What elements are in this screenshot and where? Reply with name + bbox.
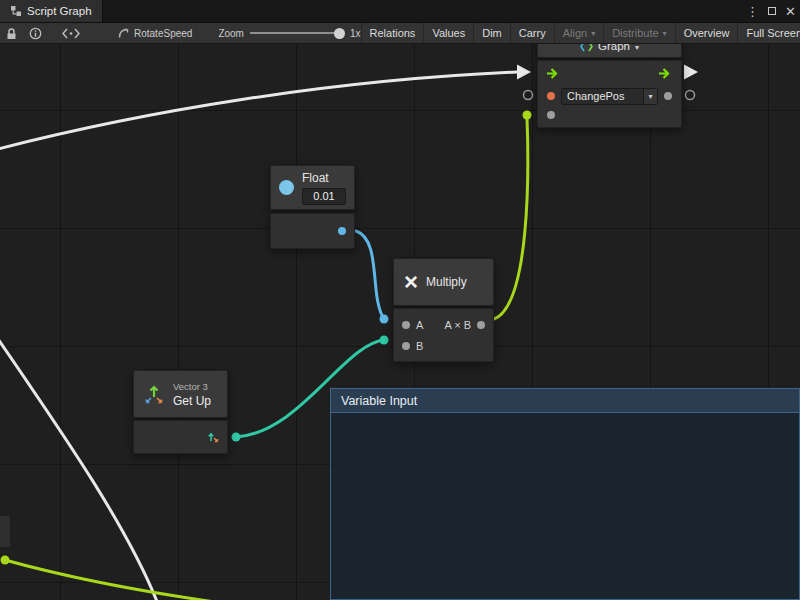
lock-icon (6, 27, 17, 40)
get-up-title: Get Up (173, 394, 211, 408)
info-icon (29, 27, 42, 40)
script-graph-icon (10, 5, 22, 17)
get-up-header[interactable]: Vector 3 Get Up (133, 370, 228, 418)
relations-button[interactable]: Relations (361, 23, 424, 43)
multiply-icon: × (404, 270, 418, 294)
zoom-control: Zoom 1x (218, 27, 360, 39)
float-value: 0.01 (313, 190, 334, 202)
variable-name-value: ChangePos (562, 90, 643, 102)
input-b-label: B (416, 340, 423, 352)
graph-asset-name: RotateSpeed (134, 28, 192, 39)
output-port[interactable] (477, 321, 485, 329)
tab-title: Script Graph (27, 5, 92, 17)
zoom-value: 1x (350, 28, 361, 39)
value-input-port[interactable] (547, 111, 555, 119)
flow-out-arrow-icon[interactable] (658, 67, 673, 80)
float-ports (270, 213, 355, 249)
group-variable-input[interactable]: Variable Input (330, 388, 800, 600)
zoom-handle[interactable] (334, 28, 345, 39)
script-graph-window: Variable Input Graph ▾ (0, 0, 800, 600)
chevron-down-icon: ▾ (635, 43, 639, 52)
multiply-title: Multiply (426, 275, 467, 289)
float-node[interactable]: Float 0.01 (270, 165, 355, 249)
group-title: Variable Input (341, 394, 417, 408)
input-a-label: A (416, 319, 423, 331)
close-window-icon[interactable]: ✕ (781, 0, 800, 22)
restore-window-icon[interactable] (762, 0, 781, 22)
carry-button[interactable]: Carry (510, 23, 554, 43)
kebab-menu-icon[interactable]: ⋮ (743, 0, 762, 22)
float-type-icon (279, 180, 294, 195)
chevron-down-icon: ▾ (643, 89, 657, 104)
output-label: A × B (444, 319, 471, 331)
group-header[interactable]: Variable Input (331, 389, 799, 413)
vector3-result-icon[interactable] (206, 430, 220, 444)
zoom-track (250, 32, 344, 34)
multiply-node[interactable]: × Multiply A A × B B (393, 258, 494, 362)
partial-node[interactable] (0, 515, 11, 548)
flow-port-row (538, 61, 681, 85)
float-title: Float (302, 171, 346, 185)
float-value-input[interactable]: 0.01 (302, 188, 346, 205)
variable-name-port[interactable] (547, 92, 555, 100)
get-up-type-label: Vector 3 (173, 381, 211, 392)
multiply-ports: A A × B B (393, 308, 494, 362)
graph-toolbar: RotateSpeed Zoom 1x Relations Values Dim… (0, 22, 800, 44)
set-variable-body: ChangePos ▾ (537, 60, 682, 128)
chevron-down-icon: ▾ (591, 29, 595, 38)
multiply-row-b: B (394, 335, 493, 356)
tab-script-graph[interactable]: Script Graph (0, 0, 103, 22)
set-variable-node[interactable]: Graph ▾ ChangePos ▾ (537, 30, 682, 128)
zoom-label: Zoom (218, 28, 244, 39)
tab-bar: Script Graph ⋮ ✕ (0, 0, 800, 22)
variable-name-row: ChangePos ▾ (538, 85, 681, 107)
overview-button[interactable]: Overview (675, 23, 738, 43)
flow-in-arrow-icon[interactable] (546, 67, 561, 80)
info-button[interactable] (23, 23, 48, 43)
multiply-header[interactable]: × Multiply (393, 258, 494, 306)
input-b-port[interactable] (402, 342, 410, 350)
multiply-row-a: A A × B (394, 314, 493, 335)
distribute-button[interactable]: Distribute ▾ (603, 23, 674, 43)
input-a-port[interactable] (402, 321, 410, 329)
float-output-port[interactable] (338, 227, 346, 235)
dim-button[interactable]: Dim (473, 23, 510, 43)
full-screen-button[interactable]: Full Screen (737, 23, 800, 43)
float-header[interactable]: Float 0.01 (270, 165, 355, 210)
code-view-button[interactable] (48, 23, 94, 43)
window-controls: ⋮ ✕ (743, 0, 800, 22)
align-button[interactable]: Align ▾ (554, 23, 603, 43)
graph-asset-breadcrumb[interactable]: RotateSpeed (118, 28, 192, 39)
get-up-ports (133, 420, 228, 454)
graph-asset-icon (118, 28, 129, 39)
chevron-down-icon: ▾ (663, 29, 667, 38)
values-button[interactable]: Values (423, 23, 473, 43)
value-port-row (538, 107, 681, 127)
zoom-slider[interactable] (250, 27, 344, 39)
code-icon (62, 28, 80, 39)
variable-output-port[interactable] (664, 92, 672, 100)
variable-name-dropdown[interactable]: ChangePos ▾ (561, 88, 658, 105)
transform-up-icon (142, 382, 166, 406)
lock-button[interactable] (0, 23, 23, 43)
get-up-node[interactable]: Vector 3 Get Up (133, 370, 228, 454)
